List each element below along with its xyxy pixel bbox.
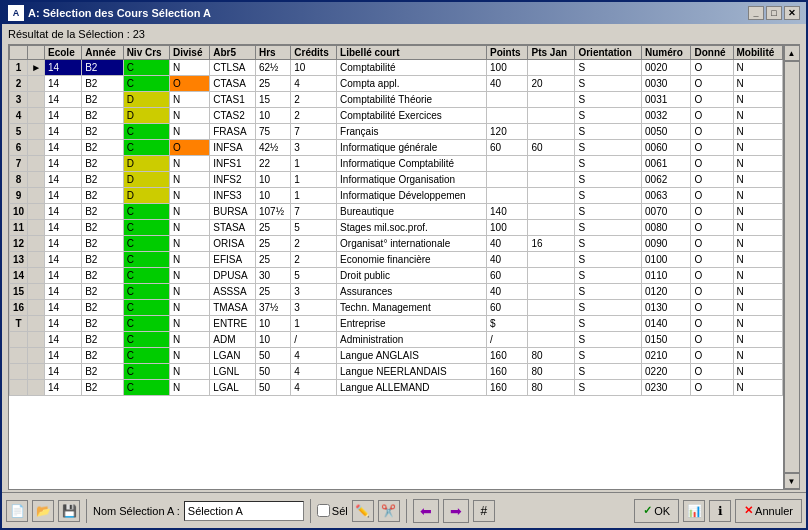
maximize-button[interactable]: □ bbox=[766, 6, 782, 20]
cell-abr5: ORISA bbox=[210, 236, 256, 252]
table-row[interactable]: 614B2COINFSA42½3Informatique générale606… bbox=[10, 140, 783, 156]
cell-ecole: 14 bbox=[45, 92, 82, 108]
data-grid: Ecole Année Niv Crs Divisé Abr5 Hrs Créd… bbox=[9, 45, 783, 396]
cell-nivcrs: C bbox=[123, 284, 169, 300]
edit-icon[interactable]: ✏️ bbox=[352, 500, 374, 522]
info-icon[interactable]: ℹ bbox=[709, 500, 731, 522]
cell-libelle: Informatique générale bbox=[337, 140, 487, 156]
vertical-scrollbar[interactable]: ▲ ▼ bbox=[783, 45, 799, 489]
cell-points: 160 bbox=[487, 380, 528, 396]
cell-divise: N bbox=[170, 332, 210, 348]
arrow-right-button[interactable]: ➡ bbox=[443, 499, 469, 523]
cell-annee: B2 bbox=[82, 140, 123, 156]
cell-ptsjan bbox=[528, 172, 575, 188]
cell-abr5: DPUSA bbox=[210, 268, 256, 284]
close-button[interactable]: ✕ bbox=[784, 6, 800, 20]
cell-donne: O bbox=[691, 268, 733, 284]
cell-points: $ bbox=[487, 316, 528, 332]
export-icon[interactable]: 📊 bbox=[683, 500, 705, 522]
table-row[interactable]: 414B2DNCTAS2102Comptabilité ExercicesS00… bbox=[10, 108, 783, 124]
table-row[interactable]: 1314B2CNEFISA252Economie financière40S01… bbox=[10, 252, 783, 268]
table-row[interactable]: 1614B2CNTMASA37½3Techn. Management60S013… bbox=[10, 300, 783, 316]
table-row[interactable]: 514B2CNFRASA757Français120S0050ON bbox=[10, 124, 783, 140]
hash-icon[interactable]: # bbox=[473, 500, 495, 522]
cell-annee: B2 bbox=[82, 172, 123, 188]
cell-credits: 2 bbox=[291, 92, 337, 108]
table-row[interactable]: 1►14B2CNCTLSA62½10Comptabilité100S0020ON bbox=[10, 60, 783, 76]
new-icon[interactable]: 📄 bbox=[6, 500, 28, 522]
minimize-button[interactable]: _ bbox=[748, 6, 764, 20]
table-row[interactable]: 1514B2CNASSSA253Assurances40S0120ON bbox=[10, 284, 783, 300]
row-selector bbox=[28, 380, 45, 396]
scroll-track[interactable] bbox=[784, 61, 800, 473]
cell-abr5: EFISA bbox=[210, 252, 256, 268]
cell-annee: B2 bbox=[82, 236, 123, 252]
table-row[interactable]: 214B2COCTASA254Compta appl.4020S0030ON bbox=[10, 76, 783, 92]
table-row[interactable]: 14B2CNLGAN504Langue ANGLAIS16080S0210ON bbox=[10, 348, 783, 364]
cell-annee: B2 bbox=[82, 268, 123, 284]
col-hrs: Hrs bbox=[255, 46, 290, 60]
table-scroll-inner[interactable]: Ecole Année Niv Crs Divisé Abr5 Hrs Créd… bbox=[9, 45, 783, 489]
table-row[interactable]: T14B2CNENTRE101Entreprise$S0140ON bbox=[10, 316, 783, 332]
scroll-down-arrow[interactable]: ▼ bbox=[784, 473, 800, 489]
cell-numero: 0020 bbox=[642, 60, 691, 76]
table-row[interactable]: 1214B2CNORISA252Organisat° international… bbox=[10, 236, 783, 252]
cell-annee: B2 bbox=[82, 348, 123, 364]
cell-ecole: 14 bbox=[45, 236, 82, 252]
cell-points: 160 bbox=[487, 348, 528, 364]
cell-libelle: Langue NEERLANDAIS bbox=[337, 364, 487, 380]
table-row[interactable]: 1114B2CNSTASA255Stages mil.soc.prof.100S… bbox=[10, 220, 783, 236]
row-number: 2 bbox=[10, 76, 28, 92]
annuler-button[interactable]: ✕ Annuler bbox=[735, 499, 802, 523]
cell-numero: 0032 bbox=[642, 108, 691, 124]
cell-nivcrs: D bbox=[123, 92, 169, 108]
cell-annee: B2 bbox=[82, 60, 123, 76]
table-row[interactable]: 14B2CNADM10/Administration/S0150ON bbox=[10, 332, 783, 348]
main-window: A A: Sélection des Cours Sélection A _ □… bbox=[0, 0, 808, 530]
cell-nivcrs: C bbox=[123, 236, 169, 252]
table-row[interactable]: 14B2CNLGNL504Langue NEERLANDAIS16080S022… bbox=[10, 364, 783, 380]
cell-credits: 2 bbox=[291, 108, 337, 124]
row-selector bbox=[28, 268, 45, 284]
table-row[interactable]: 1414B2CNDPUSA305Droit public60S0110ON bbox=[10, 268, 783, 284]
cell-numero: 0110 bbox=[642, 268, 691, 284]
table-row[interactable]: 914B2DNINFS3101Informatique Développemen… bbox=[10, 188, 783, 204]
cell-numero: 0090 bbox=[642, 236, 691, 252]
table-row[interactable]: 14B2CNLGAL504Langue ALLEMAND16080S0230ON bbox=[10, 380, 783, 396]
cell-points: 140 bbox=[487, 204, 528, 220]
cell-credits: 4 bbox=[291, 76, 337, 92]
nom-selection-input[interactable] bbox=[184, 501, 304, 521]
cell-credits: / bbox=[291, 332, 337, 348]
cell-divise: N bbox=[170, 300, 210, 316]
row-selector bbox=[28, 348, 45, 364]
cell-mobilite: N bbox=[733, 348, 783, 364]
ok-button[interactable]: ✓ OK bbox=[634, 499, 679, 523]
cell-abr5: FRASA bbox=[210, 124, 256, 140]
sel-checkbox[interactable] bbox=[317, 504, 330, 517]
table-row[interactable]: 714B2DNINFS1221Informatique Comptabilité… bbox=[10, 156, 783, 172]
cell-numero: 0030 bbox=[642, 76, 691, 92]
cell-orientation: S bbox=[575, 284, 642, 300]
table-row[interactable]: 814B2DNINFS2101Informatique Organisation… bbox=[10, 172, 783, 188]
cell-libelle: Assurances bbox=[337, 284, 487, 300]
cell-mobilite: N bbox=[733, 300, 783, 316]
cell-orientation: S bbox=[575, 268, 642, 284]
scroll-up-arrow[interactable]: ▲ bbox=[784, 45, 800, 61]
open-icon[interactable]: 📂 bbox=[32, 500, 54, 522]
cell-orientation: S bbox=[575, 348, 642, 364]
cell-hrs: 25 bbox=[255, 236, 290, 252]
cell-libelle: Stages mil.soc.prof. bbox=[337, 220, 487, 236]
save-icon[interactable]: 💾 bbox=[58, 500, 80, 522]
cell-nivcrs: C bbox=[123, 60, 169, 76]
arrow-left-button[interactable]: ⬅ bbox=[413, 499, 439, 523]
data-table-container: Ecole Année Niv Crs Divisé Abr5 Hrs Créd… bbox=[8, 44, 800, 490]
cell-ecole: 14 bbox=[45, 124, 82, 140]
cell-nivcrs: C bbox=[123, 348, 169, 364]
scissors-icon[interactable]: ✂️ bbox=[378, 500, 400, 522]
cell-abr5: BURSA bbox=[210, 204, 256, 220]
table-row[interactable]: 314B2DNCTAS1152Comptabilité ThéorieS0031… bbox=[10, 92, 783, 108]
cell-nivcrs: D bbox=[123, 156, 169, 172]
cell-mobilite: N bbox=[733, 204, 783, 220]
cell-abr5: STASA bbox=[210, 220, 256, 236]
table-row[interactable]: 1014B2CNBURSA107½7Bureautique140S0070ON bbox=[10, 204, 783, 220]
